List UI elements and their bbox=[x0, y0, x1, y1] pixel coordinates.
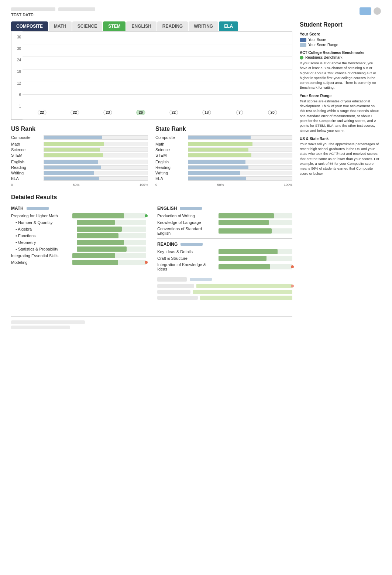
score-label-stem: 26 bbox=[137, 110, 145, 115]
score-label-writing: 7 bbox=[236, 110, 243, 115]
state-rank-composite-bar bbox=[188, 135, 292, 140]
tab-reading[interactable]: READING bbox=[157, 21, 188, 31]
state-rank-block: State Rank Composite Math Science STEM bbox=[155, 126, 292, 187]
english-score-bar bbox=[180, 207, 202, 210]
state-rank-reading-label: Reading bbox=[155, 165, 185, 170]
score-label-math: 22 bbox=[71, 110, 79, 115]
bar-english: 22 bbox=[158, 35, 189, 116]
score-label-science: 23 bbox=[104, 110, 112, 115]
state-rank-composite-label: Composite bbox=[155, 135, 185, 140]
legend-section: Your Score Your Score Your Score Range bbox=[300, 32, 381, 47]
bar-preparing bbox=[72, 213, 124, 218]
bar-composite: 22 bbox=[26, 35, 58, 116]
detail-row-preparing: Preparing for Higher Math bbox=[11, 213, 146, 218]
your-score-header: Your Score bbox=[300, 32, 381, 36]
state-rank-english-label: English bbox=[155, 160, 185, 164]
us-rank-title: US Rank bbox=[11, 126, 148, 132]
reading-subject-header: READING bbox=[157, 242, 292, 247]
bar-production-writing bbox=[219, 213, 274, 218]
y-axis: 36 30 24 18 12 6 1 bbox=[11, 35, 23, 108]
state-rank-ela-group: English Reading Writing ELA bbox=[155, 160, 292, 181]
score-range-text: Test scores are estimates of your educat… bbox=[300, 99, 381, 133]
tab-writing[interactable]: WRITING bbox=[189, 21, 218, 31]
math-subject-header: MATH bbox=[11, 206, 146, 211]
dot-modeling bbox=[145, 261, 148, 264]
student-report-sidebar: Student Report Your Score Your Score You… bbox=[300, 21, 381, 331]
detail-row-stats: • Statistics & Probability bbox=[11, 246, 146, 252]
blurred-section bbox=[157, 277, 292, 300]
us-state-rank-section: US & State Rank Your ranks tell you the … bbox=[300, 137, 381, 176]
us-state-rank-title: US & State Rank bbox=[300, 137, 381, 141]
tab-composite[interactable]: COMPOSITE bbox=[11, 21, 48, 31]
state-rank-axis: 050%100% bbox=[155, 183, 292, 187]
us-rank-composite-group: Composite bbox=[11, 135, 148, 140]
ranks-section: US Rank Composite Math Science STEM bbox=[11, 126, 292, 187]
bar-integrating bbox=[72, 253, 115, 258]
score-range-section: Your Score Range Test scores are estimat… bbox=[300, 94, 381, 133]
detail-row-craft-structure: Craft & Structure bbox=[157, 256, 292, 261]
tab-math[interactable]: MATH bbox=[49, 21, 72, 31]
state-rank-science-label: Science bbox=[155, 147, 185, 152]
us-rank-composite-label: Composite bbox=[11, 135, 41, 140]
legend-score-range: Your Score Range bbox=[300, 43, 381, 47]
us-rank-english-label: English bbox=[11, 160, 41, 164]
us-rank-ela-group: English Reading Writing ELA bbox=[11, 160, 148, 181]
subject-tabs: COMPOSITE MATH SCIENCE STEM ENGLISH READ… bbox=[11, 21, 292, 31]
math-score-bar bbox=[27, 207, 49, 210]
dot-integration bbox=[291, 265, 294, 268]
bar-conventions bbox=[219, 228, 272, 234]
state-rank-writing-label: Writing bbox=[155, 171, 185, 175]
state-rank-ela-label: ELA bbox=[155, 176, 185, 181]
bar-ela: 20 bbox=[257, 35, 288, 116]
state-rank-composite-group: Composite bbox=[155, 135, 292, 140]
detail-row-production-writing: Production of Writing bbox=[157, 213, 292, 218]
us-rank-science-label: Science bbox=[11, 147, 41, 152]
tab-ela[interactable]: ELA bbox=[219, 21, 238, 31]
bar-key-ideas bbox=[219, 249, 278, 254]
test-date-label: TEST DATE: bbox=[11, 13, 95, 17]
tab-stem[interactable]: STEM bbox=[103, 21, 125, 31]
bar-modeling bbox=[72, 260, 118, 265]
bar-math: 22 bbox=[59, 35, 90, 116]
detail-row-conventions: Conventions of Standard English bbox=[157, 227, 292, 235]
state-rank-title: State Rank bbox=[155, 126, 292, 132]
english-subject-header: ENGLISH bbox=[157, 206, 292, 211]
bar-writing: 7 bbox=[224, 35, 255, 116]
score-label-reading: 18 bbox=[202, 110, 211, 115]
state-rank-stem-group: Math Science STEM bbox=[155, 142, 292, 157]
score-label-english: 22 bbox=[169, 110, 178, 115]
legend-your-score: Your Score bbox=[300, 38, 381, 42]
detail-row-integration: Integration of Knowledge & Ideas bbox=[157, 262, 292, 271]
benchmarks-title: ACT College Readiness Benchmarks bbox=[300, 51, 381, 55]
bar-geometry bbox=[77, 240, 124, 245]
us-rank-ela-label: ELA bbox=[11, 176, 41, 181]
legend-benchmark: Readiness Benchmark bbox=[300, 55, 381, 59]
math-detail-col: MATH Preparing for Higher Math bbox=[11, 206, 146, 302]
state-rank-math-label: Math bbox=[155, 142, 185, 146]
bar-stats bbox=[77, 246, 127, 252]
english-reading-detail-col: ENGLISH Production of Writing Knowledge … bbox=[157, 206, 292, 302]
footer-blurred bbox=[11, 316, 292, 329]
us-state-rank-text: Your ranks tell you the approximate perc… bbox=[300, 142, 381, 176]
bar-number-quantity bbox=[77, 220, 115, 225]
score-range-title: Your Score Range bbox=[300, 94, 381, 98]
detail-row-algebra: • Algebra bbox=[11, 227, 146, 232]
detail-row-modeling: Modeling bbox=[11, 260, 146, 265]
us-rank-stem-group: Math Science STEM bbox=[11, 142, 148, 157]
bar-stem: 26 bbox=[125, 35, 157, 116]
detail-row-key-ideas: Key Ideas & Details bbox=[157, 249, 292, 254]
bar-functions bbox=[77, 233, 118, 238]
dot-preparing bbox=[145, 214, 148, 217]
tab-science[interactable]: SCIENCE bbox=[72, 21, 102, 31]
bar-algebra bbox=[77, 227, 122, 232]
tab-english[interactable]: ENGLISH bbox=[126, 21, 156, 31]
detail-row-geometry: • Geometry bbox=[11, 240, 146, 245]
bar-reading: 18 bbox=[191, 35, 222, 116]
detail-row-knowledge-language: Knowledge of Language bbox=[157, 220, 292, 225]
us-rank-writing-label: Writing bbox=[11, 171, 41, 175]
detail-row-number-quantity: • Number & Quantity bbox=[11, 220, 146, 225]
us-rank-composite-bar bbox=[44, 135, 148, 140]
score-label-composite: 22 bbox=[38, 110, 46, 115]
detailed-results-title: Detailed Results bbox=[11, 194, 292, 201]
bar-craft-structure bbox=[219, 256, 267, 261]
